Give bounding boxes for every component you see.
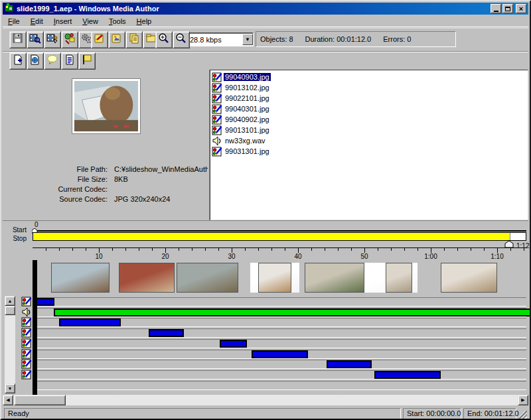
ruler-label: 1:10	[491, 253, 503, 260]
slide-thumbnail[interactable]	[441, 263, 497, 293]
image-clip-bar[interactable]	[220, 340, 247, 348]
ruler-tick	[457, 248, 458, 251]
preview-image	[74, 81, 138, 131]
image-track-icon[interactable]	[21, 317, 32, 327]
scroll-right-button[interactable]: ▶	[518, 395, 528, 405]
film-preview-button[interactable]	[27, 31, 44, 48]
resize-grip[interactable]	[518, 411, 527, 419]
horizontal-scrollbar[interactable]: ◀ ▶	[3, 395, 528, 405]
slide-thumbnail[interactable]	[51, 263, 110, 293]
ruler-label: 40	[294, 253, 301, 260]
list-item[interactable]: 99040301.jpg	[212, 104, 528, 114]
image-track-icon[interactable]	[21, 338, 32, 348]
text-page-icon	[64, 54, 76, 68]
image-track-icon[interactable]	[21, 359, 32, 369]
flag-button[interactable]	[78, 52, 96, 70]
scroll-left-button[interactable]: ◀	[3, 395, 13, 405]
close-button[interactable]: ×	[516, 4, 526, 13]
menu-file[interactable]: File	[3, 16, 25, 27]
stop-range-track[interactable]	[33, 232, 526, 241]
list-item[interactable]: 99013102.jpg	[212, 82, 528, 93]
slide-thumbnail[interactable]	[119, 263, 175, 293]
object-list[interactable]: 99040903.jpg99013102.jpg99022101.jpg9904…	[210, 70, 528, 220]
list-item[interactable]: 99031301.jpg	[212, 146, 528, 157]
edit-pencil-button[interactable]	[91, 31, 108, 48]
image-page-button[interactable]	[108, 31, 125, 48]
timeline-track[interactable]	[37, 360, 526, 369]
ruler-tick	[165, 248, 166, 253]
menu-tools[interactable]: Tools	[104, 16, 131, 27]
audio-clip-bar[interactable]	[54, 309, 531, 316]
list-item[interactable]: 99022101.jpg	[212, 93, 528, 104]
menu-edit[interactable]: Edit	[25, 16, 48, 27]
image-clip-bar[interactable]	[327, 360, 372, 368]
scroll-up-button[interactable]: ▲	[5, 296, 15, 306]
zoom-in-button[interactable]	[155, 31, 173, 48]
image-track-icon[interactable]	[21, 328, 32, 338]
list-item[interactable]: 99040903.jpg	[212, 72, 528, 82]
source-codec-row: Source Codec:JPG 320x240x24	[3, 194, 208, 204]
vertical-scroll-thumb[interactable]	[5, 306, 15, 315]
image-clip-bar[interactable]	[374, 371, 441, 379]
bitrate-combobox[interactable]: 28.8 kbps ▼	[187, 33, 254, 46]
timeline-track[interactable]	[37, 328, 526, 338]
image-clip-bar[interactable]	[59, 318, 121, 326]
ruler-tick	[152, 248, 153, 251]
menu-insert[interactable]: Insert	[48, 16, 78, 27]
web-page-button[interactable]	[27, 52, 44, 70]
source-codec-value: JPG 320x240x24	[114, 194, 208, 204]
project-info-panel: Objects: 8 Duration: 00:01:12.0 Errors: …	[256, 31, 456, 47]
speech-balloon-button[interactable]	[44, 52, 61, 70]
image-clip-bar[interactable]	[149, 329, 184, 337]
timeline-track[interactable]	[37, 370, 526, 380]
timeline-track[interactable]	[37, 350, 526, 359]
timeline-track[interactable]	[37, 339, 526, 348]
ruler-tick	[364, 248, 365, 253]
image-file-icon	[212, 125, 224, 135]
timeline-track[interactable]	[37, 318, 526, 327]
image-track-icon[interactable]	[21, 297, 32, 307]
copy-pages-button[interactable]	[125, 31, 143, 48]
new-page-button[interactable]	[9, 52, 27, 70]
menu-bar: FileEditInsertViewToolsHelp	[3, 15, 528, 27]
image-clip-bar[interactable]	[252, 350, 308, 358]
zoom-out-button[interactable]	[173, 31, 190, 48]
maximize-button[interactable]	[502, 4, 513, 13]
list-item[interactable]: 99013101.jpg	[212, 125, 528, 135]
slide-thumbnail[interactable]	[177, 263, 238, 293]
text-page-button[interactable]	[61, 52, 78, 70]
list-item[interactable]: 99040902.jpg	[212, 114, 528, 125]
start-range-bar[interactable]	[33, 230, 526, 232]
vertical-scrollbar[interactable]: ▲ ▼	[5, 296, 15, 393]
media-tools-button[interactable]	[61, 31, 78, 48]
scroll-down-button[interactable]: ▼	[5, 384, 15, 393]
file-size-label: File Size:	[3, 175, 108, 184]
slide-thumbnail[interactable]	[386, 263, 412, 293]
image-track-icon[interactable]	[21, 370, 32, 380]
minimize-button[interactable]	[491, 4, 501, 13]
timeline-track[interactable]	[37, 308, 526, 317]
ruler-tick	[258, 248, 259, 251]
horizontal-scroll-thumb[interactable]	[14, 395, 66, 405]
image-track-icon[interactable]	[21, 349, 32, 359]
slide-thumbnail[interactable]	[305, 263, 364, 293]
timeline-track[interactable]	[37, 297, 526, 307]
image-clip-bar[interactable]	[36, 298, 54, 306]
chevron-down-icon[interactable]: ▼	[242, 34, 253, 45]
timeline-track[interactable]	[37, 381, 526, 390]
save-button[interactable]	[9, 31, 27, 48]
time-ruler[interactable]: 10203040501:001:10	[33, 247, 526, 260]
stop-range-bar[interactable]	[33, 233, 510, 240]
ruler-tick	[431, 248, 431, 253]
errors-count: Errors: 0	[383, 35, 411, 43]
film-build-button[interactable]	[44, 31, 61, 48]
image-file-icon	[212, 114, 224, 125]
ruler-tick	[245, 248, 246, 251]
menu-help[interactable]: Help	[131, 16, 157, 27]
zoom-in-icon	[158, 33, 170, 47]
menu-view[interactable]: View	[77, 16, 104, 27]
list-item[interactable]: nw33xg.wav	[212, 135, 528, 146]
file-name: 99013101.jpg	[224, 126, 271, 134]
slide-thumbnail[interactable]	[258, 263, 291, 293]
audio-track-icon[interactable]	[21, 307, 32, 317]
